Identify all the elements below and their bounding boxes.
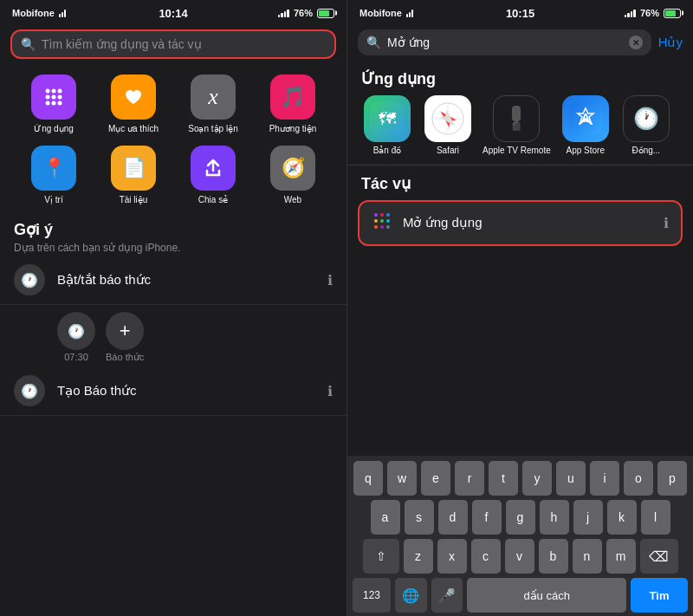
search-row-2: 🔍 Mở ứng ✕ Hủy bbox=[347, 24, 693, 62]
kb-key-u[interactable]: u bbox=[556, 461, 586, 496]
list-icon-tao-bao-thuc: 🕐 bbox=[14, 375, 45, 406]
kb-key-r[interactable]: r bbox=[455, 461, 484, 496]
kb-mic-key[interactable]: 🎤 bbox=[431, 578, 463, 613]
kb-key-m[interactable]: m bbox=[606, 539, 636, 574]
kb-key-h[interactable]: h bbox=[540, 500, 569, 535]
kb-key-k[interactable]: k bbox=[607, 500, 637, 535]
cancel-search-button[interactable]: Hủy bbox=[658, 35, 683, 50]
kb-key-w[interactable]: w bbox=[387, 461, 417, 496]
status-left-2: Mobifone bbox=[359, 8, 413, 18]
search-icon-1: 🔍 bbox=[21, 37, 36, 51]
svg-point-29 bbox=[374, 225, 378, 229]
search-bar-container-1[interactable]: 🔍 Tìm kiếm ứng dụng và tác vụ bbox=[0, 24, 346, 66]
icon-vi-tri[interactable]: 📍 Vị trí bbox=[23, 146, 85, 204]
kb-key-z[interactable]: z bbox=[404, 539, 433, 574]
kb-key-g[interactable]: g bbox=[506, 500, 535, 535]
kb-delete-key[interactable]: ⌫ bbox=[640, 539, 678, 574]
svg-point-0 bbox=[46, 89, 50, 94]
search-bar-active[interactable]: 🔍 Mở ứng ✕ bbox=[358, 29, 651, 55]
svg-point-24 bbox=[380, 213, 384, 217]
app-label-safari: Safari bbox=[437, 146, 459, 156]
tac-vu-section-title: Tác vụ bbox=[347, 167, 693, 197]
icon-label-phuong-tien: Phương tiện bbox=[269, 124, 317, 133]
kb-key-c[interactable]: c bbox=[471, 539, 501, 574]
list-text-bat-tat: Bật/tắt báo thức bbox=[57, 272, 315, 288]
app-item-app-store[interactable]: A App Store bbox=[560, 95, 612, 156]
kb-key-a[interactable]: a bbox=[371, 500, 400, 535]
kb-key-v[interactable]: v bbox=[505, 539, 534, 574]
ung-dung-section-title: Ứng dụng bbox=[347, 62, 693, 92]
app-item-apple-tv[interactable]: ⬛ Apple TV Remote bbox=[483, 95, 551, 156]
kb-key-d[interactable]: d bbox=[438, 500, 468, 535]
kb-key-o[interactable]: o bbox=[624, 461, 653, 496]
icon-label-ung-dung: Ứng dụng bbox=[34, 124, 74, 133]
icon-web[interactable]: 🧭 Web bbox=[262, 146, 324, 204]
kb-return-key[interactable]: Tìm bbox=[631, 578, 688, 613]
app-icon-ban-do: 🗺 bbox=[364, 95, 411, 142]
app-label-app-store: App Store bbox=[567, 146, 605, 156]
alarm-clock-icon: 🕐 bbox=[57, 312, 95, 350]
kb-key-s[interactable]: s bbox=[405, 500, 434, 535]
icon-ung-dung[interactable]: Ứng dụng bbox=[23, 75, 85, 133]
screen-2: Mobifone 10:15 76% 🔍 Mở ứng ✕ Hủy Ứng dụ… bbox=[346, 0, 693, 616]
alarm-item-add[interactable]: + Báo thức bbox=[106, 312, 144, 363]
keyboard[interactable]: q w e r t y u i o p a s d f g h j k l ⇧ … bbox=[347, 456, 693, 616]
tac-vu-item[interactable]: Mở ứng dụng ℹ bbox=[358, 200, 683, 246]
clear-search-button[interactable]: ✕ bbox=[629, 36, 643, 49]
wifi-icon-1 bbox=[59, 9, 66, 17]
icon-soan-tap-len[interactable]: x Soạn tập lện bbox=[182, 75, 244, 133]
app-item-ban-do[interactable]: 🗺 Bản đồ bbox=[361, 95, 413, 156]
alarm-item-730: 🕐 07:30 bbox=[57, 312, 95, 363]
kb-key-e[interactable]: e bbox=[421, 461, 450, 496]
svg-point-3 bbox=[46, 95, 50, 100]
alarm-add-label: Báo thức bbox=[106, 352, 144, 363]
kb-key-x[interactable]: x bbox=[437, 539, 467, 574]
kb-123-key[interactable]: 123 bbox=[353, 578, 391, 613]
alarm-row: 🕐 07:30 + Báo thức bbox=[0, 305, 346, 366]
icon-phuong-tien[interactable]: 🎵 Phương tiện bbox=[262, 75, 324, 133]
app-item-dong-ho[interactable]: 🕐 Đồng... bbox=[620, 95, 672, 156]
svg-text:A: A bbox=[581, 111, 590, 125]
kb-key-j[interactable]: j bbox=[573, 500, 603, 535]
icon-chia-se[interactable]: Chia sẻ bbox=[182, 146, 244, 204]
kb-key-q[interactable]: q bbox=[353, 461, 383, 496]
kb-key-i[interactable]: i bbox=[590, 461, 619, 496]
goi-y-subtitle: Dựa trên cách bạn sử dụng iPhone. bbox=[14, 242, 333, 254]
kb-space-key[interactable]: dấu cách bbox=[467, 578, 626, 613]
kb-globe-key[interactable]: 🌐 bbox=[395, 578, 427, 613]
svg-point-30 bbox=[380, 225, 384, 229]
kb-key-b[interactable]: b bbox=[539, 539, 568, 574]
kb-key-l[interactable]: l bbox=[641, 500, 670, 535]
search-icon-2: 🔍 bbox=[366, 36, 381, 49]
status-bar-2: Mobifone 10:15 76% bbox=[347, 0, 693, 24]
kb-shift-key[interactable]: ⇧ bbox=[363, 539, 399, 574]
kb-key-t[interactable]: t bbox=[489, 461, 518, 496]
status-left-1: Mobifone bbox=[12, 8, 66, 18]
icon-muc-ua-thich[interactable]: Mục ưa thích bbox=[102, 75, 165, 133]
status-bar-1: Mobifone 10:14 76% bbox=[0, 0, 346, 24]
screen-1: Mobifone 10:14 76% 🔍 Tìm kiếm ứng dụng v… bbox=[0, 0, 346, 616]
app-item-safari[interactable]: Safari bbox=[422, 95, 474, 156]
search-bar-1[interactable]: 🔍 Tìm kiếm ứng dụng và tác vụ bbox=[10, 29, 336, 59]
svg-point-25 bbox=[386, 213, 390, 217]
svg-point-2 bbox=[58, 89, 62, 94]
kb-key-p[interactable]: p bbox=[657, 461, 687, 496]
list-item-bat-tat[interactable]: 🕐 Bật/tắt báo thức ℹ bbox=[0, 256, 346, 305]
status-right-1: 76% bbox=[278, 8, 334, 18]
search-placeholder-1: Tìm kiếm ứng dụng và tác vụ bbox=[42, 37, 202, 51]
list-text-tao-bao-thuc: Tạo Báo thức bbox=[57, 383, 315, 399]
app-icon-dong-ho: 🕐 bbox=[623, 95, 670, 142]
kb-key-y[interactable]: y bbox=[522, 461, 552, 496]
icon-circle-soan-tap-len: x bbox=[191, 75, 236, 120]
status-time-1: 10:14 bbox=[159, 7, 187, 20]
kb-key-f[interactable]: f bbox=[472, 500, 502, 535]
list-item-tao-bao-thuc[interactable]: 🕐 Tạo Báo thức ℹ bbox=[0, 366, 346, 416]
status-right-2: 76% bbox=[625, 8, 681, 18]
svg-point-7 bbox=[52, 101, 56, 106]
battery-icon-2 bbox=[664, 9, 681, 18]
signal-icon-2 bbox=[625, 9, 636, 17]
goi-y-header: Gợi ý Dựa trên cách bạn sử dụng iPhone. bbox=[0, 208, 346, 256]
kb-key-n[interactable]: n bbox=[573, 539, 602, 574]
icon-tai-lieu[interactable]: 📄 Tài liệu bbox=[102, 146, 165, 204]
divider-1 bbox=[347, 165, 693, 165]
